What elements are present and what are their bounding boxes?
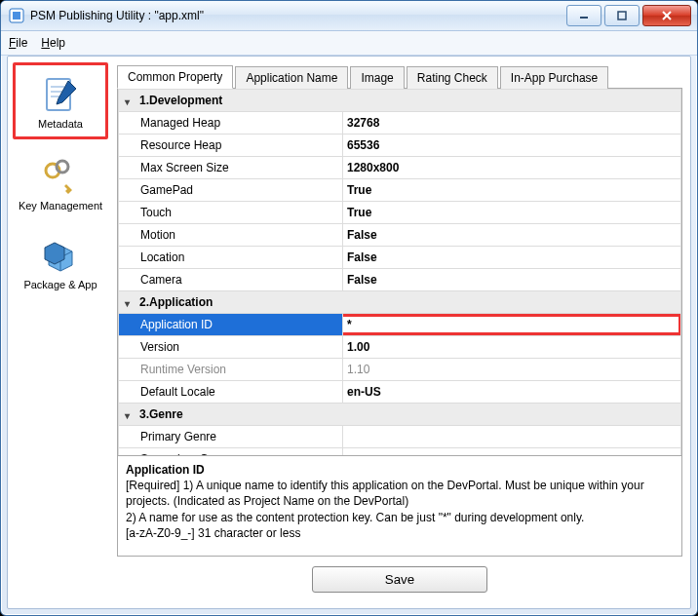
prop-resource-heap[interactable]: Resource Heap65536: [119, 135, 681, 157]
prop-version[interactable]: Version1.00: [119, 336, 681, 359]
prop-max-screen-size[interactable]: Max Screen Size1280x800: [119, 157, 681, 179]
document-edit-icon: [37, 71, 84, 118]
save-button[interactable]: Save: [312, 566, 487, 593]
content-area: Metadata Key Management Package & App Co…: [7, 56, 691, 609]
prop-application-id[interactable]: Application ID *: [119, 314, 681, 336]
tab-application-name[interactable]: Application Name: [235, 66, 348, 89]
prop-secondary-genre[interactable]: Secondary Genre: [119, 448, 681, 456]
menu-help[interactable]: Help: [41, 36, 65, 50]
prop-gamepad[interactable]: GamePadTrue: [119, 179, 681, 202]
prop-touch[interactable]: TouchTrue: [119, 202, 681, 224]
button-row: Save: [117, 557, 682, 600]
property-grid-container: 1.Development Managed Heap32768 Resource…: [117, 89, 682, 557]
sidebar-item-label: Key Management: [19, 200, 102, 212]
svg-rect-1: [13, 12, 20, 19]
titlebar[interactable]: PSM Publishing Utility : "app.xml": [1, 1, 697, 31]
keys-icon: [37, 153, 84, 200]
help-text: 2) A name for use as the content protect…: [126, 510, 674, 525]
tab-bar: Common Property Application Name Image R…: [117, 62, 682, 89]
prop-camera[interactable]: CameraFalse: [119, 269, 681, 291]
minimize-button[interactable]: [566, 5, 601, 26]
main-panel: Common Property Application Name Image R…: [113, 57, 690, 608]
tab-rating-check[interactable]: Rating Check: [407, 66, 498, 89]
collapse-icon[interactable]: [125, 95, 136, 105]
menu-file[interactable]: File: [9, 36, 27, 50]
category-genre[interactable]: 3.Genre: [119, 404, 681, 426]
sidebar: Metadata Key Management Package & App: [8, 57, 113, 608]
help-panel: Application ID [Required] 1) A unique na…: [118, 455, 681, 556]
tab-common-property[interactable]: Common Property: [117, 65, 233, 89]
app-window: PSM Publishing Utility : "app.xml" File …: [0, 0, 698, 616]
category-application[interactable]: 2.Application: [119, 291, 681, 314]
svg-rect-3: [618, 12, 626, 19]
sidebar-item-package-app[interactable]: Package & App: [16, 226, 105, 297]
sidebar-item-key-management[interactable]: Key Management: [16, 147, 105, 218]
help-text: [a-zA-Z0-9_-] 31 character or less: [126, 525, 674, 541]
prop-location[interactable]: LocationFalse: [119, 247, 681, 269]
prop-primary-genre[interactable]: Primary Genre: [119, 426, 681, 448]
prop-runtime-version: Runtime Version1.10: [119, 359, 681, 381]
app-icon: [9, 8, 24, 23]
sidebar-item-label: Metadata: [38, 118, 83, 131]
collapse-icon[interactable]: [125, 408, 136, 419]
close-button[interactable]: [642, 5, 691, 26]
highlight-border: [343, 314, 681, 335]
maximize-button[interactable]: [604, 5, 640, 26]
prop-default-locale[interactable]: Default Localeen-US: [119, 381, 681, 404]
tab-in-app-purchase[interactable]: In-App Purchase: [500, 66, 608, 89]
package-icon: [37, 232, 84, 279]
window-title: PSM Publishing Utility : "app.xml": [30, 9, 563, 22]
collapse-icon[interactable]: [125, 296, 136, 307]
sidebar-item-label: Package & App: [23, 279, 97, 291]
tab-image[interactable]: Image: [350, 66, 404, 89]
prop-managed-heap[interactable]: Managed Heap32768: [119, 112, 681, 135]
prop-motion[interactable]: MotionFalse: [119, 224, 681, 247]
property-grid[interactable]: 1.Development Managed Heap32768 Resource…: [118, 89, 681, 455]
help-text: [Required] 1) A unique name to identify …: [126, 478, 674, 509]
help-title: Application ID: [126, 462, 674, 478]
sidebar-item-metadata[interactable]: Metadata: [13, 62, 108, 139]
category-development[interactable]: 1.Development: [119, 90, 681, 112]
menubar: File Help: [1, 31, 697, 56]
